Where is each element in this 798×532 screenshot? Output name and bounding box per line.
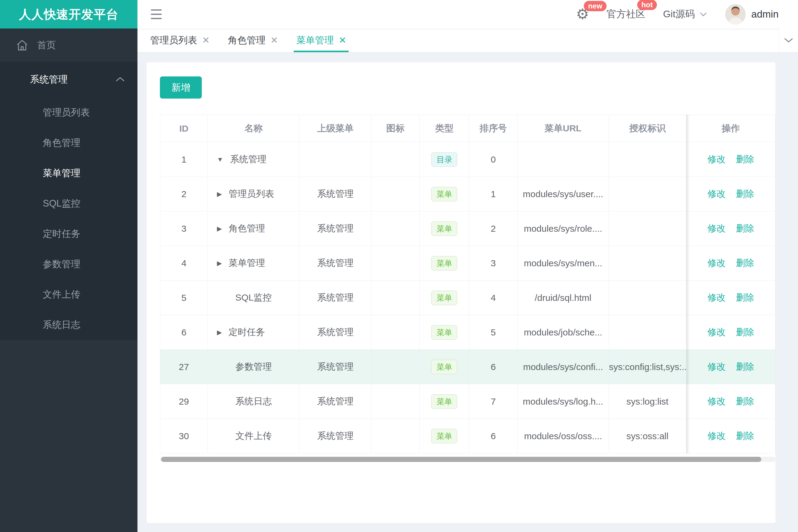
- type-badge: 目录: [431, 152, 457, 167]
- username-label: admin: [751, 8, 779, 20]
- tab[interactable]: 管理员列表 ✕: [141, 28, 219, 52]
- cell-perms: [609, 177, 686, 211]
- cell-icon: [371, 211, 420, 246]
- cell-name: ▶ 角色管理: [208, 211, 299, 246]
- edit-link[interactable]: 修改: [707, 154, 725, 164]
- cell-perms: [609, 281, 686, 315]
- add-button[interactable]: 新增: [160, 76, 202, 99]
- tree-toggle-icon[interactable]: ▶: [217, 260, 222, 267]
- tree-toggle-icon[interactable]: ▶: [217, 190, 222, 198]
- tree-toggle-icon[interactable]: ▼: [217, 156, 223, 163]
- community-link[interactable]: 官方社区 hot: [607, 7, 645, 21]
- table-row[interactable]: 2 ▶ 管理员列表 系统管理 菜单 1 modules/sys/user....…: [160, 177, 776, 211]
- cell-order: 5: [469, 315, 517, 350]
- table-row[interactable]: 29 系统日志 系统管理 菜单 7 modules/sys/log.h... s…: [160, 384, 776, 419]
- sidebar-item-home[interactable]: 首页: [0, 28, 137, 61]
- tab-bar-tabs: 管理员列表 ✕ 角色管理 ✕ 菜单管理 ✕: [137, 28, 355, 52]
- tree-toggle-icon[interactable]: ▶: [217, 225, 222, 232]
- delete-link[interactable]: 删除: [736, 362, 754, 372]
- git-source-dropdown[interactable]: Git源码: [663, 7, 708, 21]
- tab-close-icon[interactable]: ✕: [270, 36, 278, 45]
- column-header-授权标识: 授权标识: [609, 115, 686, 142]
- sidebar-item-SQL监控[interactable]: SQL监控: [0, 188, 137, 219]
- sidebar-item-管理员列表[interactable]: 管理员列表: [0, 97, 137, 128]
- cell-name: ▼ 系统管理: [208, 142, 299, 177]
- cell-id: 5: [160, 281, 208, 315]
- cell-name: ▶ 菜单管理: [208, 246, 299, 281]
- cell-parent-menu: 系统管理: [299, 419, 371, 453]
- tab-close-icon[interactable]: ✕: [202, 36, 210, 45]
- column-header-名称: 名称: [208, 115, 299, 142]
- cell-menu-url: modules/job/sche...: [517, 315, 609, 350]
- sidebar-group-title[interactable]: 系统管理: [0, 61, 137, 97]
- scrollbar-thumb[interactable]: [161, 457, 761, 462]
- sidebar-item-参数管理[interactable]: 参数管理: [0, 249, 137, 279]
- table-row[interactable]: 1 ▼ 系统管理 目录 0 修改 删除: [160, 142, 776, 177]
- delete-link[interactable]: 删除: [736, 396, 754, 406]
- delete-link[interactable]: 删除: [736, 189, 754, 199]
- table-row[interactable]: 3 ▶ 角色管理 系统管理 菜单 2 modules/sys/role.... …: [160, 211, 776, 246]
- edit-link[interactable]: 修改: [707, 258, 725, 268]
- tab[interactable]: 角色管理 ✕: [219, 28, 287, 52]
- sidebar-item-文件上传[interactable]: 文件上传: [0, 279, 137, 310]
- cell-actions: 修改 删除: [686, 281, 775, 315]
- sidebar-item-角色管理[interactable]: 角色管理: [0, 128, 137, 158]
- edit-link[interactable]: 修改: [707, 327, 725, 337]
- sidebar-item-菜单管理[interactable]: 菜单管理: [0, 158, 137, 188]
- type-badge: 菜单: [431, 187, 457, 202]
- cell-order: 1: [469, 177, 517, 211]
- tab-close-icon[interactable]: ✕: [339, 36, 346, 45]
- cell-icon: [371, 419, 420, 453]
- tab-list-dropdown-button[interactable]: [779, 28, 798, 52]
- edit-link[interactable]: 修改: [707, 189, 725, 199]
- main-column: ⚙ new 官方社区 hot Git源码: [137, 0, 798, 532]
- table-row[interactable]: 27 参数管理 系统管理 菜单 6 modules/sys/confi... s…: [160, 350, 776, 384]
- cell-menu-url: [517, 142, 609, 177]
- cell-parent-menu: 系统管理: [299, 211, 371, 246]
- cell-name: 文件上传: [208, 419, 299, 453]
- edit-link[interactable]: 修改: [707, 223, 725, 233]
- delete-link[interactable]: 删除: [736, 154, 754, 164]
- delete-link[interactable]: 删除: [736, 223, 754, 233]
- sidebar-item-系统日志[interactable]: 系统日志: [0, 310, 137, 340]
- cell-name: ▶ 定时任务: [208, 315, 299, 350]
- column-header-操作: 操作: [686, 115, 775, 142]
- table-row[interactable]: 5 SQL监控 系统管理 菜单 4 /druid/sql.html 修改 删除: [160, 281, 776, 315]
- delete-link[interactable]: 删除: [736, 258, 754, 268]
- cell-parent-menu: 系统管理: [299, 384, 371, 419]
- delete-link[interactable]: 删除: [736, 327, 754, 337]
- edit-link[interactable]: 修改: [707, 396, 725, 406]
- edit-link[interactable]: 修改: [707, 292, 725, 302]
- type-badge: 菜单: [431, 256, 457, 270]
- tab[interactable]: 菜单管理 ✕: [287, 28, 355, 52]
- delete-link[interactable]: 删除: [736, 431, 754, 441]
- delete-link[interactable]: 删除: [736, 292, 754, 302]
- settings-button[interactable]: ⚙ new: [576, 7, 589, 21]
- table-row[interactable]: 4 ▶ 菜单管理 系统管理 菜单 3 modules/sys/men... 修改…: [160, 246, 776, 281]
- edit-link[interactable]: 修改: [707, 362, 725, 372]
- table-row[interactable]: 30 文件上传 系统管理 菜单 6 modules/oss/oss.... sy…: [160, 419, 776, 453]
- cell-actions: 修改 删除: [686, 315, 775, 350]
- sidebar-nav: 首页 系统管理 管理员列表 角色管理 菜单管理 SQL监控 定时任务 参数管理 …: [0, 28, 137, 340]
- cell-id: 1: [160, 142, 208, 177]
- table-row[interactable]: 6 ▶ 定时任务 系统管理 菜单 5 modules/job/sche... 修…: [160, 315, 776, 350]
- hamburger-menu-icon[interactable]: [151, 10, 163, 19]
- tree-toggle-icon[interactable]: ▶: [217, 329, 222, 336]
- cell-id: 30: [160, 419, 208, 453]
- cell-actions: 修改 删除: [686, 419, 775, 453]
- cell-menu-url: modules/sys/user....: [517, 177, 609, 211]
- cell-id: 27: [160, 350, 208, 384]
- sidebar-item-定时任务[interactable]: 定时任务: [0, 219, 137, 249]
- menu-name: 角色管理: [229, 223, 265, 233]
- chevron-down-icon: [699, 12, 708, 17]
- cell-icon: [371, 177, 420, 211]
- cell-menu-url: modules/sys/role....: [517, 211, 609, 246]
- sidebar: 人人快速开发平台 首页 系统管理 管理员列: [0, 0, 137, 532]
- column-header-上级菜单: 上级菜单: [299, 115, 371, 142]
- cell-type: 目录: [420, 142, 469, 177]
- user-menu[interactable]: admin: [725, 4, 779, 24]
- cell-type: 菜单: [420, 419, 469, 453]
- edit-link[interactable]: 修改: [707, 431, 725, 441]
- cell-type: 菜单: [420, 384, 469, 419]
- column-header-类型: 类型: [420, 115, 469, 142]
